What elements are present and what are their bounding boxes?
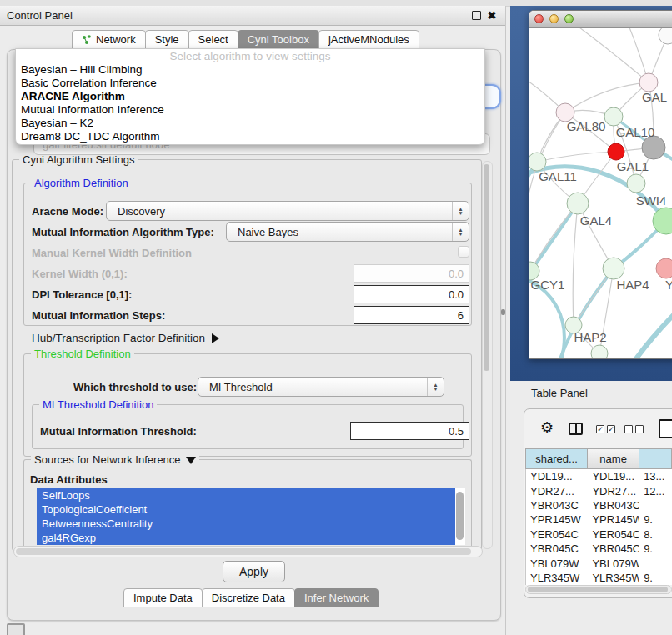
table-row[interactable]: YDR27...YDR27...12... <box>526 483 672 498</box>
network-edge[interactable] <box>573 203 578 325</box>
tab-network[interactable]: Network <box>72 30 146 49</box>
attribute-list-item[interactable]: SelfLoops <box>37 488 455 502</box>
scrollbar-thumb[interactable] <box>484 164 489 371</box>
table-row[interactable]: YLR345WYLR345W9. <box>526 571 672 585</box>
node-label: Y <box>665 278 672 292</box>
hub-definition-expander[interactable]: Hub/Transcription Factor Definition <box>32 332 219 344</box>
network-edge-thick[interactable] <box>628 301 672 358</box>
close-panel-button[interactable]: ✖ <box>485 9 499 22</box>
unchecked-checkbox-icon <box>624 425 633 433</box>
float-icon <box>472 11 481 20</box>
mi-type-combo[interactable]: Naive Bayes ▲▼ <box>226 222 469 242</box>
network-node[interactable] <box>529 152 546 171</box>
network-node[interactable] <box>567 192 589 214</box>
tab-select[interactable]: Select <box>188 30 238 49</box>
network-edge-thick[interactable] <box>559 268 614 358</box>
dpi-tolerance-value: 0.0 <box>449 288 464 301</box>
network-edge[interactable] <box>537 152 616 162</box>
stepper-icon: ▲▼ <box>427 378 444 396</box>
column-header[interactable]: name <box>588 448 639 469</box>
dropdown-item[interactable]: Bayesian – K2 <box>16 117 484 130</box>
table-horizontal-scrollbar[interactable] <box>525 585 672 594</box>
control-panel-tabs: NetworkStyleSelectCyni ToolboxjActiveMNo… <box>72 30 419 49</box>
tab-jactivemnodules[interactable]: jActiveMNodules <box>318 30 419 49</box>
which-threshold-value: MI Threshold <box>209 381 273 393</box>
column-layout-button[interactable] <box>569 422 583 438</box>
collapse-down-icon[interactable] <box>186 457 196 464</box>
attribute-list-item[interactable]: BetweennessCentrality <box>37 517 455 531</box>
data-attributes-list[interactable]: SelfLoopsTopologicalCoefficientBetweenne… <box>37 488 465 545</box>
dpi-tolerance-label: DPI Tolerance [0,1]: <box>32 288 132 301</box>
which-threshold-label: Which threshold to use: <box>73 381 197 393</box>
network-node[interactable] <box>627 174 645 192</box>
which-threshold-combo[interactable]: MI Threshold ▲▼ <box>198 377 444 397</box>
table-row[interactable]: YDL19...YDL19...13... <box>526 469 672 483</box>
dropdown-item[interactable]: Dream8 DC_TDC Algorithm <box>16 130 484 143</box>
kernel-width-field[interactable]: 0.0 <box>354 264 469 282</box>
dock-grip-icon[interactable] <box>7 623 25 635</box>
tab-infer-network[interactable]: Infer Network <box>294 588 379 608</box>
node-label: GAL <box>642 90 667 104</box>
dropdown-item[interactable]: Basic Correlation Inference <box>16 77 484 90</box>
network-node[interactable] <box>642 136 665 159</box>
table-row[interactable]: YBL079WYBL079W <box>526 556 672 570</box>
export-table-button[interactable] <box>659 419 672 442</box>
network-node[interactable] <box>639 73 658 92</box>
table-cell: 9. <box>639 542 672 555</box>
network-node[interactable] <box>656 258 672 278</box>
deselect-all-columns-button[interactable] <box>624 425 644 433</box>
table-row[interactable]: YBR045CYBR045C9. <box>526 542 672 556</box>
splitter-handle[interactable] <box>501 309 505 315</box>
network-edge[interactable] <box>579 28 649 82</box>
tab-impute-data[interactable]: Impute Data <box>123 588 203 608</box>
column-header[interactable] <box>639 448 672 469</box>
checked-checkbox-icon: ✓ <box>596 425 604 433</box>
algorithm-dropdown-list: Select algorithm to view settings Bayesi… <box>15 48 485 145</box>
network-node[interactable] <box>591 345 608 358</box>
apply-button[interactable]: Apply <box>223 561 285 582</box>
dropdown-item[interactable]: Mutual Information Inference <box>16 103 484 117</box>
aracne-mode-combo[interactable]: Discovery ▲▼ <box>106 201 469 221</box>
unchecked-checkbox-icon <box>635 425 644 433</box>
scrollbar-thumb[interactable] <box>16 548 471 555</box>
mi-threshold-field[interactable]: 0.5 <box>350 422 469 440</box>
table-row[interactable]: YBR043CYBR043C <box>526 498 672 512</box>
close-traffic-light-icon[interactable] <box>534 14 544 23</box>
manual-kernel-checkbox[interactable] <box>458 246 469 258</box>
table-rows: YDL19...YDL19...13...YDR27...YDR27...12.… <box>525 469 672 585</box>
tab-cyni-toolbox[interactable]: Cyni Toolbox <box>238 30 319 49</box>
column-header[interactable]: shared... <box>525 448 588 469</box>
mi-steps-field[interactable]: 6 <box>354 306 469 324</box>
network-edge[interactable] <box>565 82 649 112</box>
group-title: Algorithm Definition <box>31 177 132 189</box>
network-node[interactable] <box>608 143 624 160</box>
dropdown-item[interactable]: ARACNE Algorithm <box>16 90 484 103</box>
table-settings-button[interactable]: ⚙ <box>540 420 554 436</box>
dpi-tolerance-field[interactable]: 0.0 <box>354 285 469 303</box>
dropdown-item[interactable]: Bayesian – Hill Climbing <box>16 63 484 77</box>
node-label: HAP2 <box>574 330 606 344</box>
network-node[interactable] <box>659 28 672 44</box>
network-node[interactable] <box>603 258 624 279</box>
table-cell: YLR345W <box>588 572 639 584</box>
column-layout-icon <box>569 422 583 435</box>
mi-threshold-value: 0.5 <box>449 425 464 438</box>
settings-horizontal-scrollbar[interactable] <box>13 546 483 558</box>
minimize-traffic-light-icon[interactable] <box>549 14 559 23</box>
zoom-traffic-light-icon[interactable] <box>564 14 574 23</box>
network-node[interactable] <box>604 108 623 126</box>
network-canvas[interactable]: GALGAL80GAL10GAL1GAL11SWI4GAL4GCY1HAP4YH… <box>529 28 672 358</box>
tab-style[interactable]: Style <box>145 30 189 49</box>
list-scrollbar[interactable] <box>456 492 464 540</box>
float-panel-button[interactable] <box>469 9 483 22</box>
table-row[interactable]: YPR145WYPR145W9. <box>526 512 672 527</box>
tab-discretize-data[interactable]: Discretize Data <box>202 588 295 608</box>
attribute-list-item[interactable]: gal4RGexp <box>37 531 455 545</box>
settings-vertical-scrollbar[interactable] <box>482 161 493 549</box>
inference-algorithm-combo-edge[interactable] <box>484 84 501 109</box>
network-window-titlebar[interactable] <box>529 11 672 28</box>
scrollbar-thumb[interactable] <box>528 587 668 592</box>
attribute-list-item[interactable]: TopologicalCoefficient <box>37 502 455 517</box>
select-all-columns-button[interactable]: ✓✓ <box>596 425 615 433</box>
table-row[interactable]: YER054CYER054C8. <box>526 528 672 542</box>
